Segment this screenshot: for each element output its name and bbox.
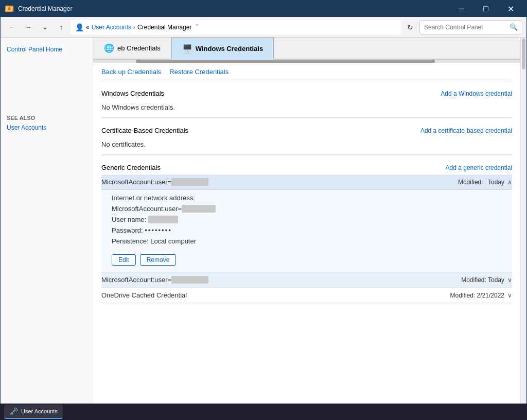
- credential-item-3[interactable]: OneDrive Cached Credential Modified: 2/2…: [101, 288, 512, 303]
- sidebar: Control Panel Home See also User Account…: [1, 38, 93, 404]
- password-value: ••••••••: [145, 226, 171, 234]
- windows-creds-header: Windows Credentials Add a Windows creden…: [101, 86, 512, 100]
- detail-username-row: User name:: [112, 216, 502, 223]
- remove-button[interactable]: Remove: [140, 254, 177, 266]
- close-button[interactable]: ✕: [499, 1, 522, 17]
- sidebar-control-panel-home[interactable]: Control Panel Home: [7, 46, 86, 53]
- address-prefix: MicrosoftAccount:user=: [112, 205, 182, 213]
- tab-web-credentials[interactable]: 🌐 eb Credentials: [93, 38, 171, 59]
- search-input[interactable]: [424, 24, 507, 31]
- no-windows-message: No Windows credentials.: [101, 100, 512, 118]
- chevron-down-icon-2: ∨: [507, 276, 512, 284]
- generic-credentials-section: Generic Credentials Add a generic creden…: [101, 155, 512, 303]
- windows-tab-label: Windows Credentials: [196, 45, 263, 52]
- windows-tab-icon: 🖥️: [182, 44, 192, 54]
- breadcrumb-credential-manager: Credential Manager: [137, 24, 191, 31]
- expanded-cred-name: MicrosoftAccount:user=: [101, 178, 208, 186]
- scroll-indicator: [93, 60, 520, 63]
- right-scrollbar[interactable]: [520, 38, 526, 404]
- cred-name-blurred: [171, 178, 208, 186]
- path-icon: 👤: [75, 23, 84, 31]
- svg-rect-4: [9, 7, 10, 8]
- see-also-label: See also: [7, 115, 86, 121]
- path-prefix: «: [86, 24, 90, 31]
- action-links: Back up Credentials Restore Credentials: [101, 63, 512, 81]
- maximize-button[interactable]: □: [474, 1, 498, 17]
- scroll-thumb: [136, 60, 435, 63]
- address-path[interactable]: 👤 « User Accounts › Credential Manager ˅: [71, 20, 401, 34]
- scrollbar-thumb: [522, 39, 525, 69]
- cert-credentials-section: Certificate-Based Credentials Add a cert…: [101, 118, 512, 155]
- chevron-down-icon-3: ∨: [507, 292, 512, 299]
- persistence-label: Persistence:: [112, 237, 150, 245]
- add-windows-credential-link[interactable]: Add a Windows credential: [441, 90, 512, 97]
- persistence-value: Local computer: [150, 237, 196, 245]
- detail-password-row: Password: ••••••••: [112, 226, 502, 234]
- web-tab-icon: 🌐: [104, 43, 114, 53]
- credential-detail: Internet or network address: MicrosoftAc…: [101, 190, 512, 252]
- restore-credentials-link[interactable]: Restore Credentials: [169, 68, 229, 76]
- edit-button[interactable]: Edit: [112, 254, 136, 266]
- no-cert-message: No certificates.: [101, 137, 512, 155]
- content-area: 🌐 eb Credentials 🖥️ Windows Credentials …: [93, 38, 520, 404]
- windows-credentials-section: Windows Credentials Add a Windows creden…: [101, 81, 512, 118]
- addressbar: ← → ⌄ ↑ 👤 « User Accounts › Credential M…: [1, 17, 526, 38]
- path-separator: ›: [133, 24, 135, 31]
- section-content: Back up Credentials Restore Credentials …: [93, 63, 520, 303]
- cred2-name: MicrosoftAccount:user=: [101, 276, 208, 284]
- minimize-button[interactable]: ─: [449, 1, 473, 17]
- back-button[interactable]: ←: [5, 20, 19, 34]
- cred2-name-prefix: MicrosoftAccount:user=: [101, 276, 171, 284]
- titlebar: Credential Manager ─ □ ✕: [1, 1, 526, 17]
- cred2-name-blurred: [171, 276, 208, 284]
- sidebar-user-accounts[interactable]: User Accounts: [7, 124, 86, 131]
- window-controls: ─ □ ✕: [449, 1, 522, 17]
- generic-creds-title: Generic Credentials: [101, 164, 161, 171]
- detail-address-value-row: MicrosoftAccount:user=: [112, 205, 502, 213]
- detail-persistence-row: Persistence: Local computer: [112, 237, 502, 245]
- credential-actions: Edit Remove: [101, 252, 512, 272]
- cert-creds-header: Certificate-Based Credentials Add a cert…: [101, 124, 512, 137]
- path-expand-icon[interactable]: ˅: [196, 24, 199, 31]
- cred-name-prefix: MicrosoftAccount:user=: [101, 178, 171, 186]
- chevron-up-icon: ∧: [507, 179, 512, 186]
- taskbar-credential-manager[interactable]: 🗝️ User Accounts: [4, 405, 63, 419]
- window-title: Credential Manager: [18, 5, 445, 12]
- recent-button[interactable]: ⌄: [38, 20, 52, 34]
- credential-item-expanded: MicrosoftAccount:user= Modified: Today ∧: [101, 174, 512, 272]
- cred3-name: OneDrive Cached Credential: [101, 291, 187, 299]
- tab-windows-credentials[interactable]: 🖥️ Windows Credentials: [171, 38, 274, 60]
- address-label: Internet or network address:: [112, 194, 195, 202]
- app-icon: [5, 4, 14, 13]
- username-blurred: [148, 216, 178, 223]
- main-layout: Control Panel Home See also User Account…: [1, 38, 526, 404]
- forward-button[interactable]: →: [21, 20, 36, 34]
- detail-address-row: Internet or network address:: [112, 194, 502, 202]
- modified-label: Modified:: [458, 179, 485, 186]
- generic-creds-header: Generic Credentials Add a generic creden…: [101, 161, 512, 174]
- tabs: 🌐 eb Credentials 🖥️ Windows Credentials: [93, 38, 520, 60]
- backup-credentials-link[interactable]: Back up Credentials: [101, 68, 161, 76]
- expanded-cred-modified: Modified: Today ∧: [458, 179, 512, 186]
- breadcrumb-user-accounts[interactable]: User Accounts: [92, 24, 131, 31]
- cred2-modified: Modified: Today ∨: [461, 276, 512, 284]
- web-tab-label: eb Credentials: [117, 44, 161, 52]
- modified-value: Today: [488, 179, 504, 186]
- taskbar-icon: 🗝️: [9, 407, 18, 415]
- expanded-cred-header[interactable]: MicrosoftAccount:user= Modified: Today ∧: [101, 174, 512, 190]
- password-label: Password:: [112, 226, 145, 234]
- up-button[interactable]: ↑: [54, 20, 68, 34]
- cred3-modified: Modified: 2/21/2022 ∨: [450, 292, 512, 299]
- cert-creds-title: Certificate-Based Credentials: [101, 127, 188, 134]
- search-box: 🔍: [419, 20, 522, 34]
- add-cert-credential-link[interactable]: Add a certificate-based credential: [420, 127, 512, 134]
- address-blurred: [182, 205, 215, 213]
- windows-creds-title: Windows Credentials: [101, 90, 164, 97]
- username-label: User name:: [112, 216, 148, 223]
- taskbar: 🗝️ User Accounts: [0, 404, 527, 420]
- refresh-button[interactable]: ↻: [403, 20, 417, 34]
- search-icon: 🔍: [510, 23, 518, 31]
- credential-item-2[interactable]: MicrosoftAccount:user= Modified: Today ∨: [101, 272, 512, 288]
- add-generic-credential-link[interactable]: Add a generic credential: [446, 164, 512, 171]
- taskbar-label: User Accounts: [21, 408, 58, 414]
